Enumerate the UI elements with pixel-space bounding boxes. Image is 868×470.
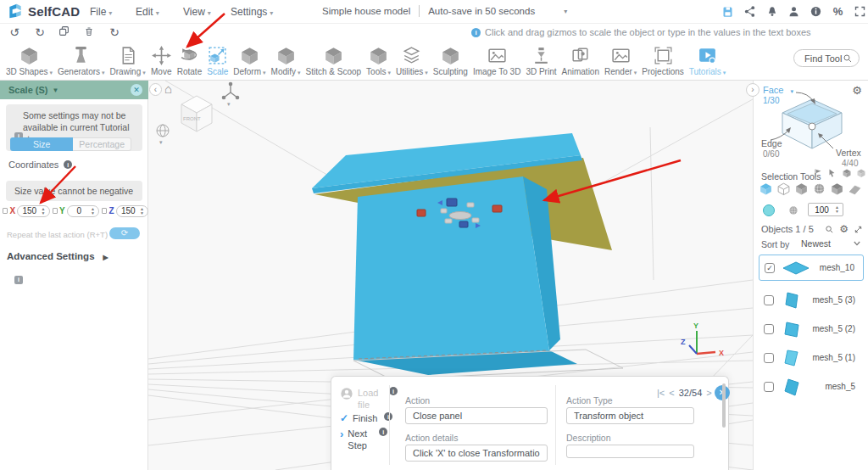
sort-dropdown[interactable]: Newest xyxy=(798,236,864,250)
z-axis-spinner[interactable]: ▲▼ xyxy=(140,207,144,215)
share-icon[interactable] xyxy=(743,5,756,18)
tool-rotate[interactable]: Rotate xyxy=(175,44,204,77)
vertex-mode-selector[interactable]: Vertex xyxy=(836,148,861,158)
object-checkbox[interactable] xyxy=(764,353,774,363)
object-checkbox[interactable] xyxy=(764,324,774,334)
find-tool-search[interactable]: Find Tool xyxy=(793,49,860,67)
notifications-bell-icon[interactable] xyxy=(765,5,778,18)
material-sphere-icon[interactable] xyxy=(787,204,799,216)
object-row-mesh-5-2[interactable]: mesh_5 (2) xyxy=(759,316,864,342)
cube-select-icon[interactable] xyxy=(842,168,852,178)
gear-icon[interactable]: ⚙ xyxy=(839,223,849,235)
info-icon[interactable]: i xyxy=(389,387,398,395)
scale-panel-header[interactable]: Scale (S) ▼ xyxy=(0,81,148,99)
gizmo-gray-handle[interactable] xyxy=(472,218,479,222)
collapse-left-panel-icon[interactable]: ‹ xyxy=(149,83,162,96)
x-axis-input[interactable]: 150 ▲▼ xyxy=(17,205,49,217)
info-icon[interactable] xyxy=(810,5,822,18)
tool-3d-print[interactable]: 3D Print xyxy=(523,44,559,77)
z-axis-checkbox[interactable] xyxy=(102,208,107,214)
object-row-mesh-10[interactable]: ✓ mesh_10 xyxy=(759,255,864,281)
gizmo-gray-handle[interactable] xyxy=(441,209,447,213)
plane-select-icon[interactable] xyxy=(848,182,862,196)
search-icon[interactable] xyxy=(825,225,834,234)
expand-icon[interactable] xyxy=(854,225,863,234)
tool-move[interactable]: Move xyxy=(148,44,175,77)
color-swatch[interactable] xyxy=(763,204,775,216)
tool-deform[interactable]: Deform▾ xyxy=(231,44,268,77)
tool-tools[interactable]: Tools▾ xyxy=(364,44,393,77)
gizmo-blue-handle[interactable] xyxy=(459,221,468,227)
tool-projections[interactable]: Projections xyxy=(639,44,686,77)
advanced-settings[interactable]: Advanced Settings▶ xyxy=(7,251,108,261)
info-icon[interactable]: i xyxy=(379,428,387,436)
tab-percentage[interactable]: Percentage xyxy=(73,137,131,151)
house-model[interactable] xyxy=(312,133,623,379)
home-view-icon[interactable]: ⌂ xyxy=(164,81,172,96)
document-title[interactable]: Simple house model xyxy=(322,6,410,16)
gizmo-red-handle[interactable] xyxy=(492,205,502,212)
tool-animation[interactable]: Animation xyxy=(559,44,602,77)
description-input[interactable] xyxy=(566,445,694,458)
cursor-select-icon[interactable] xyxy=(827,168,837,178)
menu-view[interactable]: View▾ xyxy=(183,6,211,18)
undo-icon[interactable]: ↺ xyxy=(7,25,22,39)
object-checkbox[interactable] xyxy=(764,382,774,392)
object-checkbox[interactable] xyxy=(764,295,774,305)
chevron-down-icon[interactable]: ▾ xyxy=(159,139,163,146)
autosave-status[interactable]: Auto-save in 50 seconds xyxy=(428,6,535,16)
gizmo-blue-handle[interactable] xyxy=(447,199,457,206)
edge-mode-selector[interactable]: Edge xyxy=(761,138,782,148)
y-axis-spinner[interactable]: ▲▼ xyxy=(91,207,95,215)
tool-drawing[interactable]: Drawing▾ xyxy=(108,44,148,77)
tool-render[interactable]: Render▾ xyxy=(602,44,639,77)
x-axis-checkbox[interactable] xyxy=(3,208,8,214)
save-icon[interactable] xyxy=(721,5,734,18)
opacity-input[interactable]: 100 ▲▼ xyxy=(808,203,843,216)
repeat-icon[interactable]: ↻ xyxy=(107,25,122,39)
object-checkbox[interactable]: ✓ xyxy=(765,263,775,273)
fullscreen-icon[interactable] xyxy=(854,5,866,18)
tool-generators[interactable]: Generators▾ xyxy=(55,44,108,77)
redo-icon[interactable]: ↻ xyxy=(32,25,47,39)
repeat-action-button[interactable]: ⟳ xyxy=(109,227,140,239)
finish-button[interactable]: ✓ Finish i xyxy=(340,412,392,424)
nav-prev-icon[interactable]: < xyxy=(669,388,674,398)
tool-utilities[interactable]: Utilities▾ xyxy=(393,44,431,77)
tool-modify[interactable]: Modify▾ xyxy=(269,44,303,77)
y-axis-input[interactable]: 0 ▲▼ xyxy=(67,205,99,217)
next-step-button[interactable]: › Next Step i xyxy=(340,428,387,452)
grid-globe-icon[interactable] xyxy=(157,125,169,137)
menu-settings[interactable]: Settings▾ xyxy=(231,6,273,18)
tool-sculpting[interactable]: Sculpting xyxy=(431,44,470,77)
menu-edit[interactable]: Edit▾ xyxy=(136,6,159,18)
open-cube-select-icon[interactable] xyxy=(830,182,844,196)
y-axis-checkbox[interactable] xyxy=(53,208,58,214)
selfcad-logo[interactable]: SelfCAD xyxy=(7,3,80,20)
object-row-mesh-5-1[interactable]: mesh_5 (1) xyxy=(759,344,864,371)
chevron-down-icon[interactable]: ▾ xyxy=(564,8,567,15)
gizmo-red-handle[interactable] xyxy=(417,210,426,216)
menu-file[interactable]: File▾ xyxy=(90,6,112,18)
object-row-mesh-5-3[interactable]: mesh_5 (3) xyxy=(759,287,864,313)
action-input[interactable] xyxy=(405,407,548,424)
solid-select-icon[interactable] xyxy=(759,182,773,196)
tool-scale[interactable]: Scale xyxy=(204,44,231,77)
tool-3d-shapes[interactable]: 3D Shapes▾ xyxy=(3,44,55,77)
gizmo-gray-handle[interactable] xyxy=(467,203,474,207)
x-axis-spinner[interactable]: ▲▼ xyxy=(42,207,46,215)
gizmo-center-handle[interactable] xyxy=(449,212,471,220)
scrollbar[interactable] xyxy=(722,383,726,428)
wireframe-select-icon[interactable] xyxy=(776,182,791,196)
tool-tutorials[interactable]: Tutorials▾ xyxy=(687,44,729,77)
chevron-down-icon[interactable]: ▾ xyxy=(227,101,231,108)
copy-icon[interactable] xyxy=(56,25,71,39)
cube-select-alt-icon[interactable] xyxy=(856,168,866,178)
object-row-mesh-5[interactable]: mesh_5 xyxy=(759,373,864,400)
axis-gizmo-widget[interactable] xyxy=(222,82,238,98)
tool-image-to-3d[interactable]: Image To 3D xyxy=(470,44,524,77)
nav-first-icon[interactable]: |< xyxy=(657,388,665,398)
grid-cube-select-icon[interactable] xyxy=(794,182,809,196)
account-icon[interactable] xyxy=(787,5,800,18)
shortcuts-icon[interactable]: % xyxy=(832,5,844,18)
